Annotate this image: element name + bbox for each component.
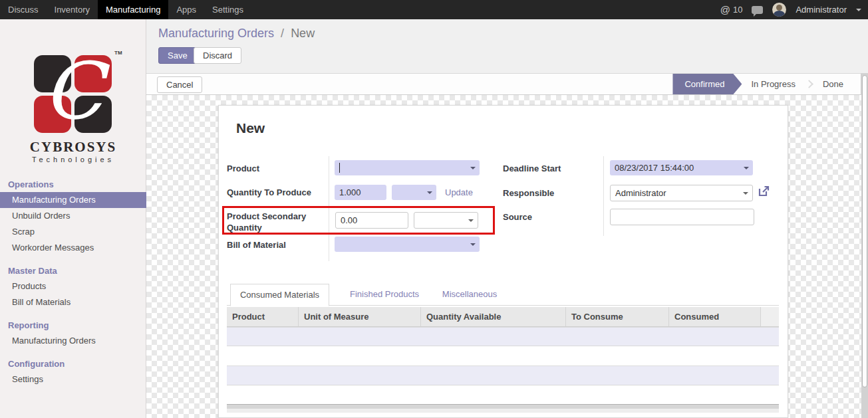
control-panel: Manufacturing Orders / New Save Discard (146, 19, 868, 73)
tab-consumed-materials[interactable]: Consumed Materials (230, 284, 329, 306)
sidebar-item-reporting-manufacturing-orders[interactable]: Manufacturing Orders (0, 333, 146, 349)
statusbar: Cancel Confirmed In Progress Done (146, 73, 861, 95)
deadline-start-label: Deadline Start (503, 163, 603, 174)
source-label: Source (503, 211, 603, 223)
notebook-tabs: Consumed Materials Finished Products Mis… (227, 283, 779, 306)
breadcrumb: Manufacturing Orders / New (158, 27, 315, 41)
col-product[interactable]: Product (227, 307, 299, 326)
menu-inventory[interactable]: Inventory (47, 0, 98, 19)
consumed-materials-table: Product Unit of Measure Quantity Availab… (227, 307, 779, 413)
sidebar-item-unbuild-orders[interactable]: Unbuild Orders (0, 208, 146, 224)
user-menu[interactable]: Administrator (796, 5, 847, 15)
col-quantity-available[interactable]: Quantity Available (421, 307, 566, 326)
section-reporting: Reporting (0, 318, 146, 333)
breadcrumb-separator: / (277, 27, 287, 40)
menu-settings[interactable]: Settings (204, 0, 251, 19)
table-row[interactable] (227, 385, 779, 404)
col-consumed[interactable]: Consumed (669, 307, 761, 326)
table-row[interactable] (227, 366, 779, 385)
dropdown-caret-icon[interactable] (470, 167, 476, 172)
mentions-counter[interactable]: @ 10 (720, 4, 743, 15)
save-button[interactable]: Save (158, 47, 197, 64)
quantity-uom-field[interactable] (392, 185, 436, 200)
bill-of-material-label: Bill of Material (227, 239, 327, 251)
responsible-value: Administrator (615, 188, 666, 198)
chevron-right-icon (805, 80, 813, 88)
avatar[interactable] (772, 3, 786, 17)
group-separator (603, 156, 604, 236)
section-master-data: Master Data (0, 264, 146, 278)
sidebar-item-settings[interactable]: Settings (0, 371, 146, 387)
status-confirmed[interactable]: Confirmed (672, 74, 742, 94)
table-row[interactable] (227, 327, 779, 346)
chevron-down-icon[interactable] (856, 9, 861, 14)
sidebar-item-bill-of-materials[interactable]: Bill of Materials (0, 294, 146, 310)
brand-name: CYBROSYS (0, 139, 146, 156)
deadline-start-field[interactable]: 08/23/2017 15:44:00 (610, 160, 753, 175)
top-menubar: Discuss Inventory Manufacturing Apps Set… (0, 0, 868, 19)
status-done[interactable]: Done (813, 79, 853, 89)
product-secondary-quantity-label: Product Secondary Quantity (227, 211, 327, 233)
table-header-row: Product Unit of Measure Quantity Availab… (227, 307, 779, 327)
product-label: Product (227, 163, 327, 174)
col-unit-of-measure[interactable]: Unit of Measure (299, 307, 421, 326)
responsible-field[interactable]: Administrator (610, 185, 753, 201)
responsible-label: Responsible (503, 187, 603, 199)
breadcrumb-current: New (291, 27, 315, 40)
mentions-count: 10 (733, 5, 742, 15)
group-separator (329, 156, 329, 261)
section-configuration: Configuration (0, 357, 146, 371)
secondary-uom-field[interactable] (414, 212, 478, 229)
table-footer-track (227, 409, 779, 413)
cybrosys-logo: C TM CYBROSYS Technologies (0, 19, 146, 152)
vertical-scrollbar[interactable] (861, 73, 868, 418)
dropdown-caret-icon[interactable] (470, 243, 476, 249)
scrollbar-thumb[interactable] (862, 75, 867, 387)
sidebar-item-products[interactable]: Products (0, 278, 146, 294)
dropdown-caret-icon[interactable] (743, 192, 748, 197)
product-secondary-quantity-input[interactable] (335, 212, 408, 229)
dropdown-caret-icon[interactable] (744, 167, 749, 172)
breadcrumb-manufacturing-orders[interactable]: Manufacturing Orders (158, 27, 274, 40)
menu-manufacturing[interactable]: Manufacturing (98, 0, 168, 19)
sidebar-item-manufacturing-orders[interactable]: Manufacturing Orders (0, 192, 146, 208)
status-widget: Confirmed In Progress Done (672, 74, 853, 94)
col-to-consume[interactable]: To Consume (566, 307, 669, 326)
menu-discuss[interactable]: Discuss (0, 0, 47, 19)
messages-icon[interactable] (752, 6, 763, 14)
form-sheet: New Product Quantity To Produce Update P… (218, 105, 788, 418)
quantity-to-produce-input[interactable] (335, 185, 386, 200)
record-title: New (236, 120, 265, 136)
dropdown-caret-icon[interactable] (427, 191, 432, 197)
sidebar-item-workorder-messages[interactable]: Workorder Messages (0, 240, 146, 256)
sidebar-menu: Operations Manufacturing Orders Unbuild … (0, 177, 146, 395)
discard-button[interactable]: Discard (194, 47, 241, 64)
brand-subtitle: Technologies (0, 156, 146, 163)
table-row[interactable] (227, 346, 779, 366)
trademark-mark: TM (114, 50, 122, 56)
col-actions (761, 307, 779, 326)
section-operations: Operations (0, 177, 146, 192)
dropdown-caret-icon[interactable] (468, 219, 474, 225)
product-field[interactable] (335, 160, 480, 175)
logo-monogram: C (34, 45, 112, 138)
sidebar: C TM CYBROSYS Technologies Operations Ma… (0, 19, 146, 418)
menu-apps[interactable]: Apps (168, 0, 204, 19)
table-footer-bar (227, 404, 779, 409)
sidebar-item-scrap[interactable]: Scrap (0, 224, 146, 240)
deadline-start-value: 08/23/2017 15:44:00 (615, 163, 694, 173)
status-in-progress[interactable]: In Progress (742, 79, 804, 89)
source-input[interactable] (610, 209, 754, 225)
quantity-to-produce-label: Quantity To Produce (227, 187, 327, 198)
external-link-icon[interactable] (758, 185, 770, 197)
bill-of-material-field[interactable] (335, 237, 480, 252)
cancel-button[interactable]: Cancel (157, 76, 202, 93)
tab-finished-products[interactable]: Finished Products (341, 283, 428, 306)
at-icon: @ (720, 4, 730, 15)
tab-miscellaneous[interactable]: Miscellaneous (433, 283, 506, 306)
update-link[interactable]: Update (445, 187, 473, 197)
text-cursor (339, 163, 340, 173)
